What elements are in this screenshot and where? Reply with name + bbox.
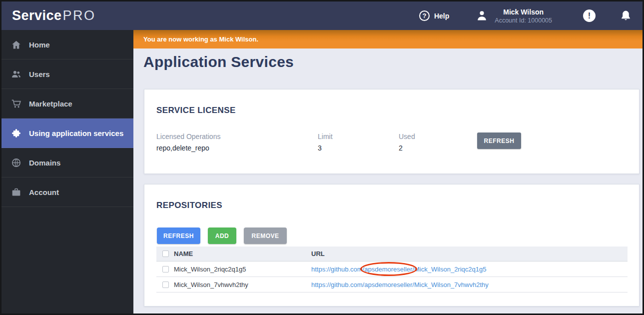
sidebar-item-home[interactable]: Home xyxy=(1,30,133,60)
row-checkbox[interactable] xyxy=(162,282,169,288)
url-suffix: /Mick_Wilson_2riqc2q1g5 xyxy=(412,266,486,273)
sidebar-item-users[interactable]: Users xyxy=(1,60,133,89)
limit-field: Limit 3 xyxy=(318,132,333,152)
limit-value: 3 xyxy=(318,144,333,152)
logo-bold-text: Service xyxy=(12,8,62,23)
main-content: You are now working as Mick Wilson. Appl… xyxy=(133,30,643,314)
repositories-table: NAME URL Mick_Wilson_2riqc2q1g5 https://… xyxy=(156,246,628,292)
repos-refresh-button[interactable]: REFRESH xyxy=(157,228,200,244)
app-logo: ServicePRO xyxy=(12,8,96,24)
licensed-operations-value: repo,delete_repo xyxy=(156,144,220,152)
alert-icon[interactable]: ! xyxy=(583,10,596,22)
service-license-card: SERVICE LICENSE Licensed Operations repo… xyxy=(144,89,640,174)
url-prefix: https://github.com/ xyxy=(311,266,364,273)
select-all-checkbox[interactable] xyxy=(162,250,169,257)
user-info: Mick Wilson Account Id: 1000005 xyxy=(495,8,552,24)
home-icon xyxy=(11,40,21,50)
puzzle-icon xyxy=(11,128,21,138)
sidebar-nav: Home Users Marketplace Using applicati xyxy=(1,30,133,314)
sidebar-item-marketplace[interactable]: Marketplace xyxy=(1,89,133,118)
help-button[interactable]: ? Help xyxy=(419,10,449,21)
repositories-toolbar: REFRESH ADD REMOVE xyxy=(157,228,287,244)
table-row: Mick_Wilson_7vhwvh2thy https://github.co… xyxy=(156,277,628,292)
sidebar-item-label: Using application services xyxy=(29,129,123,138)
impersonation-text: You are now working as Mick Wilson. xyxy=(143,36,258,43)
sidebar-item-label: Users xyxy=(29,70,50,78)
url-circled-text: apsdemoreseller xyxy=(364,266,412,273)
used-field: Used 2 xyxy=(399,132,415,152)
notifications-button[interactable] xyxy=(620,10,632,22)
repo-name: Mick_Wilson_2riqc2q1g5 xyxy=(174,266,311,273)
help-label: Help xyxy=(434,12,449,20)
impersonation-banner: You are now working as Mick Wilson. xyxy=(133,30,643,48)
repos-add-button[interactable]: ADD xyxy=(208,228,236,244)
users-icon xyxy=(11,69,21,80)
globe-icon xyxy=(11,158,21,168)
user-icon xyxy=(475,9,489,22)
license-refresh-button[interactable]: REFRESH xyxy=(477,132,521,149)
sidebar-item-using-application-services[interactable]: Using application services xyxy=(1,118,133,148)
url-circled-segment: apsdemoreseller xyxy=(364,266,412,273)
repo-name: Mick_Wilson_7vhwvh2thy xyxy=(174,281,311,288)
header-actions: ? Help Mick Wilson Account Id: 1000005 ! xyxy=(419,8,632,24)
briefcase-icon xyxy=(11,187,21,198)
sidebar-item-label: Home xyxy=(29,40,50,49)
sidebar-item-account[interactable]: Account xyxy=(1,178,133,207)
repos-remove-button[interactable]: REMOVE xyxy=(244,228,287,244)
licensed-operations-field: Licensed Operations repo,delete_repo xyxy=(156,132,220,152)
sidebar-item-domains[interactable]: Domains xyxy=(1,148,133,178)
sidebar-item-label: Marketplace xyxy=(29,100,72,108)
repo-url-link[interactable]: https://github.com/apsdemoreseller/Mick_… xyxy=(311,266,486,273)
repo-url-link[interactable]: https://github.com/apsdemoreseller/Mick_… xyxy=(311,281,489,288)
user-name: Mick Wilson xyxy=(495,8,552,16)
name-column-header: NAME xyxy=(174,250,311,258)
bell-icon xyxy=(620,10,632,22)
limit-label: Limit xyxy=(318,132,333,140)
user-menu[interactable]: Mick Wilson Account Id: 1000005 xyxy=(475,8,552,24)
used-value: 2 xyxy=(399,144,415,152)
top-header: ServicePRO ? Help Mick Wilson Account Id… xyxy=(1,2,643,30)
sidebar-item-label: Domains xyxy=(29,158,60,167)
used-label: Used xyxy=(399,132,415,140)
cart-icon xyxy=(11,98,21,109)
logo-light-text: PRO xyxy=(63,8,96,23)
url-column-header: URL xyxy=(311,250,628,258)
table-header-row: NAME URL xyxy=(156,246,628,262)
user-account-id: Account Id: 1000005 xyxy=(495,17,552,24)
sidebar-item-label: Account xyxy=(29,188,59,196)
app-window: ServicePRO ? Help Mick Wilson Account Id… xyxy=(0,0,644,315)
table-row: Mick_Wilson_2riqc2q1g5 https://github.co… xyxy=(156,262,628,277)
licensed-operations-label: Licensed Operations xyxy=(156,132,220,140)
repositories-card: REPOSITORIES REFRESH ADD REMOVE NAME URL… xyxy=(144,184,640,306)
page-title: Application Services xyxy=(143,54,294,70)
repositories-title: REPOSITORIES xyxy=(156,200,222,210)
service-license-title: SERVICE LICENSE xyxy=(156,106,236,116)
row-checkbox[interactable] xyxy=(162,266,169,272)
help-icon: ? xyxy=(419,10,430,21)
